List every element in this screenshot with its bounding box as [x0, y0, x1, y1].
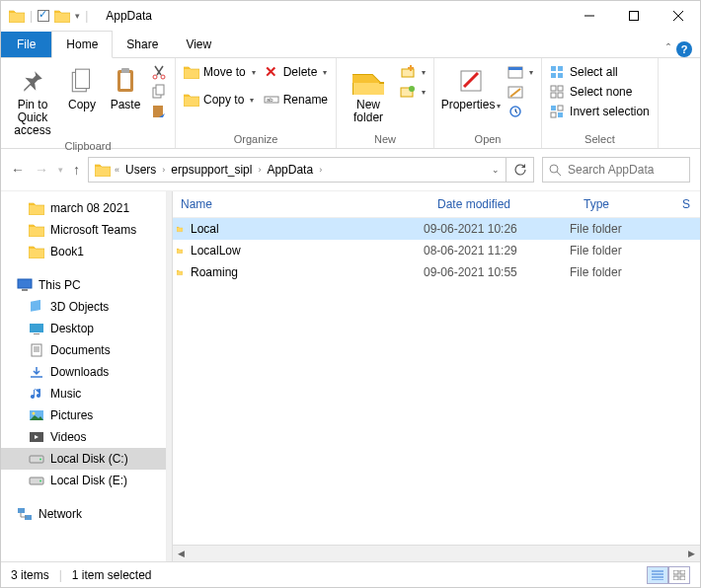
tree-icon [29, 387, 44, 401]
svg-point-44 [39, 459, 41, 461]
address-bar[interactable]: « Users › erpsupport_sipl › AppData › ⌄ [88, 157, 506, 183]
crumb-sep[interactable]: › [258, 165, 261, 175]
copy-button[interactable]: Copy [62, 61, 102, 111]
tree-icon [29, 408, 44, 422]
easy-access-button[interactable] [398, 83, 428, 101]
search-input[interactable]: Search AppData [542, 157, 690, 183]
copy-path-button[interactable] [149, 83, 169, 101]
pin-to-quick-access-button[interactable]: Pin to Quick access [7, 61, 58, 138]
cut-button[interactable] [149, 63, 169, 81]
crumb[interactable]: Users [123, 163, 158, 177]
tree-network[interactable]: Network [1, 503, 166, 525]
select-all-button[interactable]: Select all [548, 63, 620, 81]
help-icon[interactable]: ? [676, 41, 692, 57]
cell-date: 09-06-2021 10:55 [416, 263, 562, 281]
table-row[interactable]: Roaming09-06-2021 10:55File folder [173, 261, 700, 283]
icons-view-button[interactable] [668, 566, 690, 584]
tree-item[interactable]: Downloads [1, 361, 166, 383]
cell-type: File folder [562, 263, 700, 281]
svg-rect-51 [673, 576, 678, 580]
qat-dropdown[interactable]: ▾ [75, 11, 80, 21]
crumb[interactable]: AppData [265, 163, 315, 177]
tree-item[interactable]: Pictures [1, 404, 166, 426]
scroll-right[interactable]: ▶ [683, 549, 700, 558]
svg-rect-9 [156, 85, 164, 95]
share-tab[interactable]: Share [113, 32, 172, 57]
tree-item[interactable]: Local Disk (C:) [1, 448, 166, 470]
svg-rect-18 [508, 67, 522, 70]
crumb[interactable]: erpsupport_sipl [169, 163, 254, 177]
svg-rect-21 [551, 66, 556, 71]
qat-divider: | [30, 9, 33, 23]
close-button[interactable] [656, 1, 700, 31]
invert-selection-button[interactable]: Invert selection [548, 103, 652, 120]
tree-item[interactable]: Music [1, 383, 166, 404]
crumb-sep[interactable]: « [115, 165, 119, 175]
tree-item[interactable]: march 08 2021 [1, 197, 166, 219]
tree-item[interactable]: 3D Objects [1, 296, 166, 318]
file-tab[interactable]: File [1, 32, 51, 57]
details-view-button[interactable] [647, 566, 668, 584]
collapse-ribbon-icon[interactable]: ˆ [666, 42, 670, 56]
crumb-sep[interactable]: › [162, 165, 165, 175]
cell-name: Local [183, 220, 416, 238]
group-label: Organize [182, 131, 330, 148]
crumb-sep[interactable]: › [319, 165, 322, 175]
col-type[interactable]: Type [576, 191, 674, 217]
col-size[interactable]: S [674, 191, 698, 217]
tree-item[interactable]: Videos [1, 426, 166, 448]
properties-button[interactable]: Properties [440, 61, 502, 111]
tree-item[interactable]: Microsoft Teams [1, 219, 166, 241]
minimize-button[interactable] [567, 1, 611, 31]
svg-rect-24 [558, 73, 563, 78]
svg-rect-52 [680, 576, 685, 580]
tree-icon [29, 452, 44, 466]
tree-item[interactable]: Desktop [1, 318, 166, 339]
network-icon [17, 507, 33, 521]
cell-name: LocalLow [183, 242, 416, 259]
col-name[interactable]: Name [173, 191, 429, 217]
move-to-button[interactable]: Move to [182, 63, 258, 81]
forward-button[interactable]: → [35, 162, 48, 178]
paste-shortcut-button[interactable] [149, 103, 169, 120]
home-tab[interactable]: Home [51, 31, 113, 58]
copy-to-button[interactable]: Copy to [182, 91, 256, 109]
cell-name: Roaming [183, 263, 416, 281]
new-item-button[interactable] [398, 63, 428, 81]
edit-button[interactable] [506, 83, 525, 101]
history-button[interactable] [506, 103, 525, 120]
rename-button[interactable]: abRename [262, 91, 330, 109]
back-button[interactable]: ← [11, 162, 25, 178]
status-item-count: 3 items [11, 568, 49, 582]
table-row[interactable]: LocalLow08-06-2021 11:29File folder [173, 240, 700, 261]
folder-icon [95, 163, 111, 177]
up-button[interactable]: ↑ [73, 162, 80, 178]
tree-this-pc[interactable]: This PC [1, 274, 166, 296]
select-none-button[interactable]: Select none [548, 83, 634, 101]
tree-item[interactable]: Book1 [1, 241, 166, 262]
cell-type: File folder [562, 220, 700, 238]
qat-checkbox[interactable] [38, 10, 49, 22]
column-headers[interactable]: Name Date modified Type S [173, 191, 700, 218]
maximize-button[interactable] [611, 1, 656, 31]
recent-locations-button[interactable]: ▾ [58, 165, 63, 175]
tree-icon [29, 365, 44, 379]
view-tab[interactable]: View [172, 32, 225, 57]
svg-rect-39 [32, 344, 41, 356]
col-date[interactable]: Date modified [429, 191, 576, 217]
tree-item[interactable]: Documents [1, 339, 166, 361]
delete-button[interactable]: ✕Delete [262, 63, 330, 81]
refresh-button[interactable] [506, 157, 534, 183]
paste-button[interactable]: Paste [106, 61, 145, 111]
table-row[interactable]: Local09-06-2021 10:26File folder [173, 218, 700, 240]
navigation-tree[interactable]: march 08 2021Microsoft TeamsBook1 This P… [1, 191, 167, 561]
open-button[interactable] [506, 63, 535, 81]
address-history-button[interactable]: ⌄ [492, 165, 500, 175]
new-folder-button[interactable]: New folder [343, 61, 394, 124]
tree-item[interactable]: Local Disk (E:) [1, 470, 166, 491]
folder-icon [9, 9, 25, 23]
scroll-left[interactable]: ◀ [173, 549, 190, 558]
tree-icon [29, 322, 44, 335]
svg-rect-23 [551, 73, 556, 78]
horizontal-scrollbar[interactable]: ◀ ▶ [173, 545, 700, 561]
